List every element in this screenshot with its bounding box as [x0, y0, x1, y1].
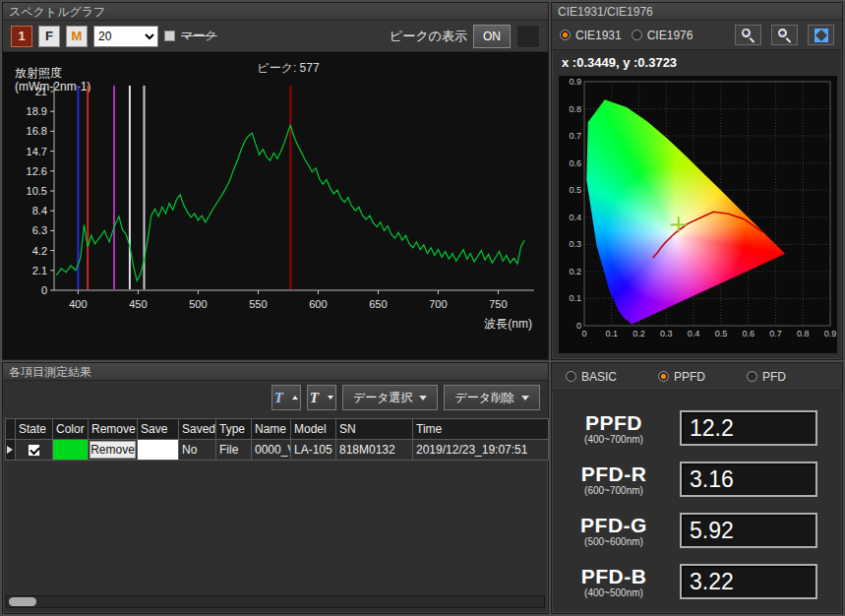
- scrollbar-thumb[interactable]: [9, 597, 36, 606]
- chromaticity-coordinates: x :0.3449, y :0.3723: [552, 50, 842, 70]
- svg-text:0.2: 0.2: [633, 329, 645, 339]
- col-saved: Saved: [179, 419, 216, 440]
- cie-diagram-panel: CIE1931/CIE1976 CIE1931 CIE1976 + −: [551, 2, 843, 360]
- svg-text:0.8: 0.8: [797, 329, 810, 339]
- col-type: Type: [216, 419, 252, 440]
- zoom-out-icon: −: [778, 29, 792, 42]
- cie-toolbar: CIE1931 CIE1976 + −: [552, 21, 842, 50]
- remove-cell: Remove: [89, 440, 138, 461]
- measurement-row-ppfd: PPFD (400~700nm) 12.2: [552, 404, 842, 452]
- fit-view-button[interactable]: [808, 25, 834, 45]
- state-checkbox[interactable]: [28, 444, 40, 457]
- svg-text:0: 0: [576, 321, 581, 331]
- row-selector-header: [6, 419, 16, 440]
- radio-ppfd[interactable]: PPFD: [658, 370, 705, 384]
- radio-cie1931[interactable]: CIE1931: [560, 29, 622, 42]
- measurement-results-panel: 各項目測定結果 T T データ選択 データ削除 State C: [2, 362, 549, 614]
- svg-text:0.7: 0.7: [769, 329, 782, 339]
- model-cell: LA-105: [291, 440, 336, 461]
- svg-text:8.4: 8.4: [32, 205, 47, 216]
- type-cell: File: [216, 440, 252, 461]
- svg-text:0.9: 0.9: [824, 329, 837, 339]
- radio-basic-label: BASIC: [581, 370, 617, 384]
- svg-text:2.1: 2.1: [32, 265, 47, 277]
- radio-dot: [658, 371, 669, 382]
- svg-text:450: 450: [129, 298, 147, 310]
- peak-display-on-button[interactable]: ON: [473, 25, 511, 48]
- svg-text:4.2: 4.2: [32, 245, 47, 257]
- svg-text:波長(nm): 波長(nm): [484, 317, 532, 331]
- svg-text:0: 0: [41, 284, 47, 296]
- zoom-in-icon: +: [742, 29, 755, 42]
- radio-pfd[interactable]: PFD: [747, 370, 786, 384]
- svg-text:550: 550: [249, 298, 267, 310]
- measurement-row-pfd-g: PFD-G (500~600nm) 5.92: [552, 507, 842, 554]
- mark-label: マーク: [181, 28, 217, 44]
- radio-ppfd-label: PPFD: [674, 370, 705, 384]
- display-mode-m-button[interactable]: M: [66, 26, 88, 47]
- chevron-down-icon: [521, 396, 529, 400]
- col-color: Color: [53, 419, 89, 440]
- table-row[interactable]: Remove No File 0000_V LA-105 818M0132 20…: [6, 440, 549, 461]
- spectral-graph-panel: スペクトルグラフ 1 F M 20 マーク ピークの表示 ON 放射照度 (mW…: [2, 2, 549, 360]
- radio-cie1976-label: CIE1976: [647, 29, 694, 42]
- ppfd-label: PPFD (400~700nm): [552, 412, 676, 445]
- average-count-select[interactable]: 20: [93, 26, 158, 47]
- pfd-r-value: 3.16: [680, 462, 817, 497]
- pfd-b-label: PFD-B (400~500nm): [552, 566, 676, 598]
- fit-view-icon: [815, 29, 828, 42]
- row-selector-cell[interactable]: [6, 440, 16, 461]
- pfd-g-value: 5.92: [680, 513, 817, 548]
- radio-dot: [747, 371, 757, 382]
- zoom-in-button[interactable]: +: [735, 25, 761, 45]
- save-cell[interactable]: [138, 440, 179, 461]
- radio-basic[interactable]: BASIC: [566, 370, 617, 384]
- peak-value-label: ピーク: 577: [180, 60, 396, 77]
- display-mode-f-button[interactable]: F: [38, 26, 60, 47]
- radio-dot: [560, 30, 571, 40]
- table-header-row: State Color Remove Save Saved Type Name …: [6, 419, 549, 440]
- data-delete-button[interactable]: データ削除: [444, 385, 540, 410]
- svg-text:0: 0: [581, 329, 586, 339]
- cie-panel-title: CIE1931/CIE1976: [552, 3, 842, 21]
- row-arrow-icon: [7, 446, 13, 454]
- ppfd-value: 12.2: [680, 410, 817, 446]
- zoom-out-button[interactable]: −: [771, 25, 798, 45]
- svg-text:0.9: 0.9: [569, 77, 581, 87]
- saved-cell: No: [179, 440, 216, 461]
- results-panel-title: 各項目測定結果: [3, 363, 548, 381]
- radio-cie1931-label: CIE1931: [575, 29, 622, 42]
- radio-cie1976[interactable]: CIE1976: [632, 29, 694, 42]
- svg-text:0.4: 0.4: [569, 213, 581, 222]
- time-cell: 2019/12/23_19:07:51: [413, 440, 549, 461]
- font-increase-button[interactable]: T: [272, 385, 301, 410]
- svg-text:16.8: 16.8: [27, 125, 47, 137]
- radio-dot: [566, 371, 576, 382]
- results-table: State Color Remove Save Saved Type Name …: [5, 418, 549, 461]
- state-cell: [16, 440, 53, 461]
- svg-text:14.7: 14.7: [27, 146, 47, 157]
- radio-dot: [632, 30, 642, 40]
- svg-text:0.5: 0.5: [715, 329, 728, 339]
- svg-text:0.5: 0.5: [569, 185, 581, 195]
- svg-text:0.8: 0.8: [569, 104, 581, 114]
- col-model: Model: [291, 419, 336, 440]
- peak-display-label: ピークの表示: [390, 28, 467, 45]
- svg-text:0.1: 0.1: [606, 329, 619, 339]
- remove-button[interactable]: Remove: [90, 441, 136, 459]
- display-mode-1-button[interactable]: 1: [11, 26, 32, 47]
- mark-checkbox[interactable]: [164, 31, 175, 41]
- peak-display-off-stub[interactable]: [516, 25, 540, 48]
- name-cell: 0000_V: [252, 440, 291, 461]
- pfd-r-label: PFD-R (600~700nm): [552, 463, 676, 496]
- spectral-toolbar: 1 F M 20 マーク ピークの表示 ON: [3, 21, 548, 52]
- svg-text:500: 500: [189, 298, 207, 310]
- horizontal-scrollbar[interactable]: [6, 595, 545, 608]
- measurement-row-pfd-b: PFD-B (400~500nm) 3.22: [552, 558, 842, 605]
- data-select-button[interactable]: データ選択: [342, 385, 439, 410]
- results-toolbar: T T データ選択 データ削除: [3, 381, 548, 414]
- font-decrease-button[interactable]: T: [307, 385, 336, 410]
- radio-pfd-label: PFD: [762, 370, 786, 384]
- svg-text:0.6: 0.6: [742, 329, 754, 339]
- cie-chart: 000.10.10.20.20.30.30.40.40.50.50.60.60.…: [559, 76, 837, 353]
